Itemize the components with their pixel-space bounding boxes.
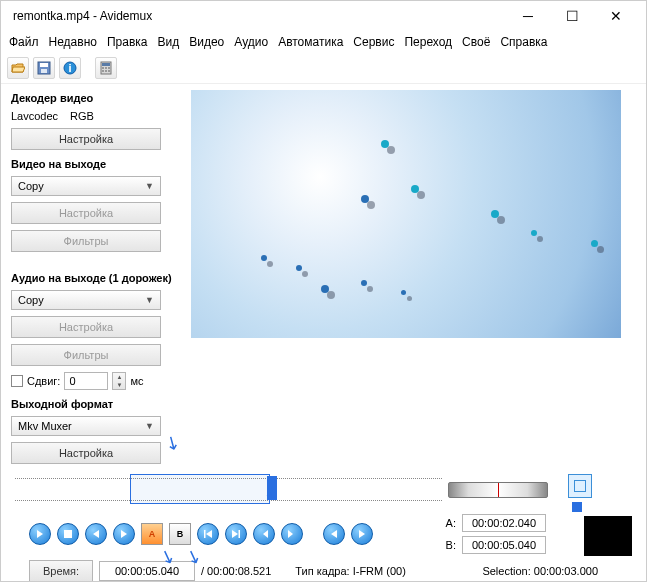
floppy-disk-icon [37, 61, 51, 75]
close-button[interactable]: ✕ [594, 2, 638, 30]
audio-codec-value: Copy [18, 294, 44, 306]
audio-config-button[interactable]: Настройка [11, 316, 161, 338]
minimize-button[interactable]: ─ [506, 2, 550, 30]
audio-shift-input[interactable]: 0 [64, 372, 108, 390]
maximize-button[interactable]: ☐ [550, 2, 594, 30]
jog-wheel[interactable] [448, 482, 548, 498]
audio-shift-spinner[interactable]: ▲▼ [112, 372, 126, 390]
svg-rect-2 [41, 69, 47, 73]
video-out-section-title: Видео на выходе [11, 158, 181, 170]
decoder-colorspace-label: RGB [70, 110, 94, 122]
svg-rect-1 [40, 63, 48, 67]
prev-cut-button[interactable] [253, 523, 275, 545]
chevron-down-icon: ▼ [145, 421, 154, 431]
prev-frame-button[interactable] [85, 523, 107, 545]
next-keyframe-button[interactable] [225, 523, 247, 545]
video-filters-button[interactable]: Фильтры [11, 230, 161, 252]
chevron-down-icon: ▼ [145, 295, 154, 305]
next-frame-button[interactable] [113, 523, 135, 545]
menu-edit[interactable]: Правка [107, 35, 148, 49]
output-muxer-select[interactable]: Mkv Muxer ▼ [11, 416, 161, 436]
menu-go[interactable]: Переход [404, 35, 452, 49]
selection-duration-label: Selection: 00:00:03.000 [482, 565, 598, 577]
svg-rect-14 [204, 530, 206, 538]
play-button[interactable] [29, 523, 51, 545]
menu-service[interactable]: Сервис [353, 35, 394, 49]
set-marker-b-button[interactable]: B [169, 523, 191, 545]
svg-rect-7 [102, 67, 104, 69]
calculator-icon [99, 61, 113, 75]
menu-help[interactable]: Справка [500, 35, 547, 49]
svg-text:i: i [68, 62, 71, 74]
info-icon: i [63, 61, 77, 75]
chevron-down-icon: ▼ [145, 181, 154, 191]
goto-marker-a-button[interactable] [323, 523, 345, 545]
stop-button[interactable] [57, 523, 79, 545]
window-title: remontka.mp4 - Avidemux [9, 9, 506, 23]
menu-bar: Файл Недавно Правка Вид Видео Аудио Авто… [1, 31, 646, 53]
time-label-button[interactable]: Время: [29, 560, 93, 582]
calculator-button[interactable] [95, 57, 117, 79]
duration-label: / 00:00:08.521 [201, 565, 271, 577]
video-codec-select[interactable]: Copy ▼ [11, 176, 161, 196]
decoder-codec-label: Lavcodec [11, 110, 58, 122]
audio-filters-button[interactable]: Фильтры [11, 344, 161, 366]
volume-slider-handle[interactable] [572, 502, 582, 512]
svg-rect-6 [102, 63, 110, 66]
video-config-button[interactable]: Настройка [11, 202, 161, 224]
preview-toggle-button[interactable] [568, 474, 592, 498]
menu-view[interactable]: Вид [158, 35, 180, 49]
output-muxer-value: Mkv Muxer [18, 420, 72, 432]
frame-type-label: Тип кадра: I-FRM (00) [295, 565, 406, 577]
audio-shift-label: Сдвиг: [27, 375, 60, 387]
current-time-input[interactable]: 00:00:05.040 [99, 561, 195, 581]
decoder-section-title: Декодер видео [11, 92, 181, 104]
marker-a-value: 00:00:02.040 [462, 514, 546, 532]
menu-own[interactable]: Своё [462, 35, 490, 49]
svg-rect-15 [239, 530, 241, 538]
svg-rect-9 [108, 67, 110, 69]
svg-rect-13 [64, 530, 72, 538]
audio-out-section-title: Аудио на выходе (1 дорожек) [11, 272, 181, 284]
marker-a-label: A: [442, 517, 456, 529]
svg-rect-8 [105, 67, 107, 69]
timeline[interactable] [15, 472, 632, 512]
set-marker-a-button[interactable]: A [141, 523, 163, 545]
marker-b-label: B: [442, 539, 456, 551]
svg-rect-11 [105, 70, 107, 72]
menu-audio[interactable]: Аудио [234, 35, 268, 49]
goto-marker-b-button[interactable] [351, 523, 373, 545]
folder-open-icon [11, 62, 25, 74]
decoder-config-button[interactable]: Настройка [11, 128, 161, 150]
output-format-section-title: Выходной формат [11, 398, 181, 410]
next-cut-button[interactable] [281, 523, 303, 545]
video-codec-value: Copy [18, 180, 44, 192]
prev-keyframe-button[interactable] [197, 523, 219, 545]
audio-codec-select[interactable]: Copy ▼ [11, 290, 161, 310]
svg-rect-12 [108, 70, 110, 72]
info-button[interactable]: i [59, 57, 81, 79]
open-file-button[interactable] [7, 57, 29, 79]
video-preview [191, 90, 621, 338]
preview-thumbnail [584, 516, 632, 556]
output-config-button[interactable]: Настройка [11, 442, 161, 464]
menu-video[interactable]: Видео [189, 35, 224, 49]
menu-auto[interactable]: Автоматика [278, 35, 343, 49]
audio-shift-checkbox[interactable] [11, 375, 23, 387]
timeline-selection[interactable] [130, 474, 270, 504]
marker-b-value: 00:00:05.040 [462, 536, 546, 554]
toolbar: i [1, 53, 646, 84]
audio-shift-unit: мс [130, 375, 143, 387]
svg-rect-10 [102, 70, 104, 72]
menu-recent[interactable]: Недавно [49, 35, 97, 49]
save-button[interactable] [33, 57, 55, 79]
menu-file[interactable]: Файл [9, 35, 39, 49]
